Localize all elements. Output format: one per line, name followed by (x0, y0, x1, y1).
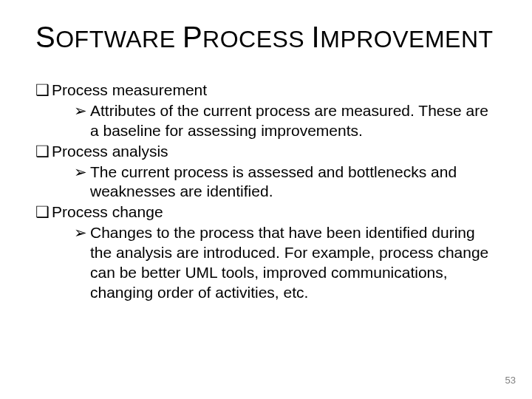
arrow-bullet-icon: ➢ (74, 223, 90, 243)
list-subitem: ➢Changes to the process that have been i… (35, 223, 497, 303)
title-cap-3: I (312, 21, 321, 53)
arrow-bullet-icon: ➢ (74, 163, 90, 183)
square-bullet-icon: ❑ (35, 202, 52, 222)
title-rest-1: OFTWARE (55, 26, 175, 52)
list-item: ❑Process measurement (35, 81, 497, 100)
list-item-label: Process measurement (52, 81, 207, 98)
page-number: 53 (505, 375, 516, 386)
title-cap-1: S (35, 21, 55, 53)
list-item-label: Process analysis (52, 143, 168, 160)
title-rest-2: ROCESS (202, 26, 304, 52)
title-cap-2: P (183, 21, 202, 53)
list-subitem: ➢Attributes of the current process are m… (35, 101, 497, 141)
square-bullet-icon: ❑ (35, 142, 52, 162)
square-bullet-icon: ❑ (35, 81, 52, 100)
list-item-label: Process change (52, 203, 163, 220)
arrow-bullet-icon: ➢ (74, 101, 90, 121)
list-item: ❑Process change (35, 202, 497, 222)
slide-body: ❑Process measurement ➢Attributes of the … (35, 81, 497, 303)
list-subitem-text: The current process is assessed and bott… (90, 163, 457, 200)
list-subitem: ➢The current process is assessed and bot… (35, 163, 497, 202)
slide-title: SOFTWARE PROCESS IMPROVEMENT (35, 21, 497, 54)
list-subitem-text: Attributes of the current process are me… (90, 102, 488, 139)
list-subitem-text: Changes to the process that have been id… (90, 224, 488, 301)
list-item: ❑Process analysis (35, 142, 497, 162)
title-rest-3: MPROVEMENT (320, 26, 493, 52)
